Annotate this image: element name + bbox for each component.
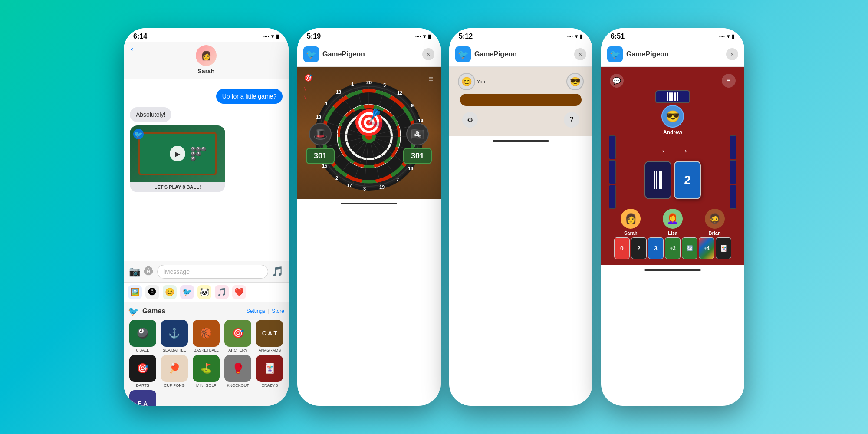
back-button[interactable]: ‹: [131, 45, 133, 54]
dc-bar3: [658, 171, 658, 189]
photos-app-icon[interactable]: 🖼️: [128, 285, 142, 299]
imessage-input[interactable]: iMessage: [157, 265, 268, 279]
pool-settings-btn[interactable]: ⚙: [462, 112, 478, 128]
pool-help-btn[interactable]: ?: [564, 112, 579, 128]
hand-card-draw[interactable]: 🃏: [716, 237, 731, 259]
andrew-avatar: 😎: [661, 105, 684, 128]
game-cell-extra1[interactable]: E A: [128, 390, 157, 406]
pocket-br: [569, 94, 577, 102]
gp-close-darts[interactable]: ×: [422, 48, 434, 60]
game-cell-archery[interactable]: 🎯 ARCHERY: [224, 320, 253, 352]
status-icons-4: ···· ▾ ▮: [719, 33, 735, 39]
play-button[interactable]: ▶: [170, 146, 185, 161]
pool-table-wrapper: [460, 94, 582, 106]
svg-text:4: 4: [325, 101, 328, 106]
ball-1: [532, 100, 539, 106]
gp-logo-pool: 🐦 GamePigeon: [455, 46, 517, 62]
pocket-mr: [572, 96, 580, 104]
ball-8: [510, 100, 517, 106]
lisa-name: Lisa: [668, 230, 677, 236]
game-thumb-darts: 🎯: [129, 355, 156, 382]
games-section: 🐦 Games Settings | Store 🎱 8 BALL: [124, 302, 289, 406]
wifi-icon-2: ▾: [423, 33, 426, 39]
appstore-icon[interactable]: 🅐: [144, 266, 154, 277]
bar-1: [667, 92, 668, 101]
audio-icon[interactable]: 🎵: [272, 266, 283, 277]
c8-middle-area: → → 2: [605, 135, 740, 209]
pool-table-preview: ▶ 🎱🎱🎱🎱🎱🎱: [138, 132, 217, 175]
contact-name: Sarah: [198, 68, 215, 75]
signal-icon-3: ····: [567, 33, 573, 39]
hand-card-skip[interactable]: 🔄: [682, 237, 697, 259]
card-deck-center: [644, 161, 671, 199]
sarah-avatar: 👩: [621, 209, 641, 229]
darts-menu-button[interactable]: ≡: [428, 74, 434, 84]
pocket-bl: [464, 94, 473, 102]
ball-5: [542, 100, 549, 106]
gp-close-pool[interactable]: ×: [574, 48, 586, 60]
gp-logo-icon-pool: 🐦: [455, 46, 471, 62]
game-thumb-crazy8: 🃏: [256, 355, 283, 382]
arrow-left: →: [657, 145, 666, 157]
gp-close-c8[interactable]: ×: [726, 48, 738, 60]
center-card-area: 2: [644, 161, 701, 199]
game-cell-knockout[interactable]: 🥊 KNOCKOUT: [224, 355, 253, 388]
game-name-seabattle: SEA BATTLE: [163, 348, 186, 352]
ball-2: [526, 100, 533, 106]
game-cell-darts[interactable]: 🎯 DARTS: [128, 355, 157, 388]
game-cell-8ball[interactable]: 🎱 8 BALL: [128, 320, 157, 352]
ball-3: [537, 100, 544, 106]
game-cell-cuppong[interactable]: 🏓 CUP PONG: [160, 355, 189, 388]
hand-card-plus4[interactable]: +4: [699, 237, 714, 259]
hand-card-3[interactable]: 3: [648, 237, 664, 259]
home-bar-4: [644, 269, 701, 271]
game-cell-crazy8[interactable]: 🃏 CRAZY 8: [255, 355, 284, 388]
gamepigeon-tray-icon[interactable]: 🐦: [180, 285, 194, 299]
gp-title-c8: GamePigeon: [626, 50, 669, 58]
game-thumb-seabattle-inner: ⚓: [161, 320, 188, 347]
player-sarah-area: 👩 Sarah: [621, 209, 641, 236]
hand-card-plus2[interactable]: +2: [665, 237, 681, 259]
game-thumb-extra1: E A: [129, 390, 156, 406]
player1-avatar: 🎩: [309, 123, 332, 145]
panda-icon[interactable]: 🐼: [197, 285, 211, 299]
game-cell-anagrams[interactable]: C A T ANAGRAMS: [255, 320, 284, 352]
brian-card-2: [730, 160, 736, 184]
hand-card-2[interactable]: 2: [631, 237, 647, 259]
svg-text:18: 18: [336, 89, 341, 95]
game-message-bubble[interactable]: ▶ 🎱🎱🎱🎱🎱🎱 🐦 LET'S PLAY 8 BALL!: [130, 125, 225, 192]
gp-header-darts: 🐦 GamePigeon ×: [297, 42, 441, 67]
svg-text:3: 3: [363, 186, 366, 191]
appstore-tray-icon[interactable]: 🅐: [145, 285, 159, 299]
c8-chat-button[interactable]: 💬: [610, 74, 624, 88]
game-name-basketball: BASKETBALL: [194, 348, 219, 352]
settings-link[interactable]: Settings: [247, 308, 265, 314]
game-cell-minigolf[interactable]: ⛳ MINI GOLF: [191, 355, 220, 388]
battery-icon: ▮: [276, 33, 279, 39]
hand-card-0[interactable]: 0: [614, 237, 630, 259]
games-header-links: Settings | Store: [247, 308, 284, 314]
music-icon[interactable]: 🎵: [215, 285, 229, 299]
player2-area: 🏴‍☠️ 301: [403, 123, 432, 164]
game-cell-seabattle[interactable]: ⚓ SEA BATTLE: [160, 320, 189, 352]
brian-card-1: [730, 135, 736, 159]
status-bar-2: 5:19 ···· ▾ ▮: [297, 28, 441, 42]
heart-icon[interactable]: ❤️: [232, 285, 246, 299]
status-icons-1: ···· ▾ ▮: [263, 33, 279, 39]
pool-bottom-bar: ⚙ ?: [454, 108, 588, 132]
home-indicator-4: [601, 265, 744, 275]
game-cell-basketball[interactable]: 🏀 BASKETBALL: [191, 320, 220, 352]
signal-icon: ····: [263, 33, 269, 39]
emoji-icon[interactable]: 😊: [163, 285, 177, 299]
store-link[interactable]: Store: [272, 308, 284, 314]
camera-icon[interactable]: 📷: [129, 266, 141, 277]
c8-menu-button[interactable]: ≡: [722, 74, 736, 88]
bar-3: [670, 92, 672, 101]
wifi-icon: ▾: [271, 33, 274, 39]
player-lisa-area: 👩‍🦰 Lisa: [663, 209, 683, 236]
time-3: 5:12: [459, 33, 473, 40]
crazy8-game-area: 💬 ≡ 😎 Andrew: [601, 67, 744, 265]
game-name-anagrams: ANAGRAMS: [259, 348, 281, 352]
brian-name: Brian: [709, 230, 721, 236]
bar-4: [672, 92, 673, 101]
